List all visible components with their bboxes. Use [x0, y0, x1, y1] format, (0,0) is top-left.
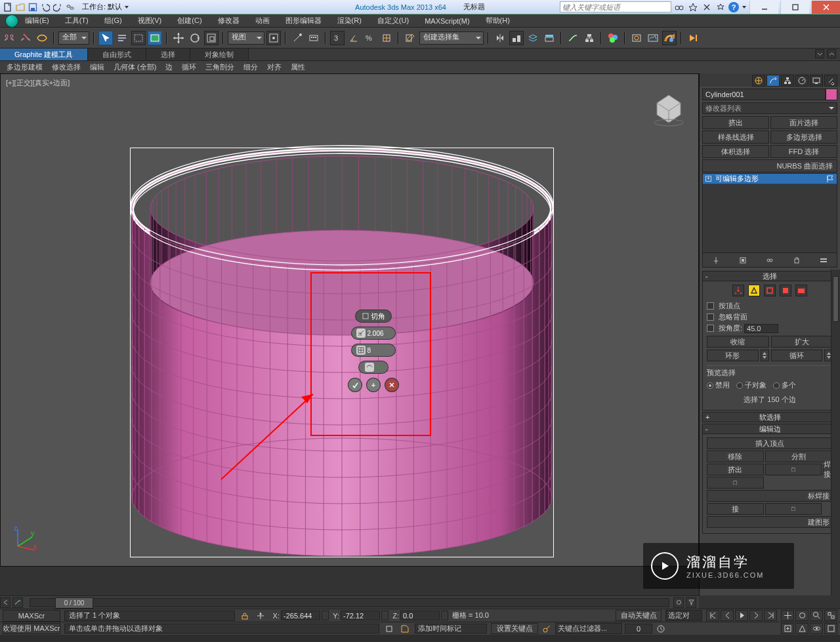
- setkey-button[interactable]: 设置关键点: [491, 623, 538, 634]
- cp-modify-icon[interactable]: [766, 75, 780, 87]
- byangle-value[interactable]: [744, 324, 778, 333]
- stack-item-editpoly[interactable]: + 可编辑多边形: [703, 174, 837, 184]
- new-icon[interactable]: [3, 2, 13, 12]
- backface-checkbox[interactable]: [707, 313, 714, 321]
- selection-lock-icon[interactable]: [239, 610, 251, 622]
- viewport[interactable]: [+][正交][真实+边面]: [0, 73, 699, 567]
- binoc-icon[interactable]: [673, 1, 685, 13]
- align-icon[interactable]: [509, 31, 524, 45]
- undo-icon[interactable]: [40, 2, 51, 12]
- redo-icon[interactable]: [52, 2, 63, 12]
- schematic-view-icon[interactable]: [582, 31, 597, 45]
- vp-maximize-icon[interactable]: [824, 623, 837, 634]
- prev-frame-icon[interactable]: [721, 610, 734, 621]
- render-setup-icon[interactable]: [629, 31, 644, 45]
- play-icon[interactable]: [735, 610, 748, 621]
- caddy-title[interactable]: 切角: [356, 310, 391, 322]
- subobj-vertex-icon[interactable]: [732, 285, 744, 296]
- favorite-icon[interactable]: [715, 1, 726, 13]
- split-button[interactable]: 分割: [765, 451, 833, 462]
- infocenter-search[interactable]: [560, 1, 671, 12]
- named-selset-edit-icon[interactable]: [403, 31, 417, 45]
- window-crossing-icon[interactable]: [148, 31, 162, 45]
- extrude-button[interactable]: 挤出: [707, 464, 764, 475]
- menu-modifiers[interactable]: 修改器: [218, 16, 240, 26]
- workspace-switcher[interactable]: 工作台: 默认: [82, 2, 130, 12]
- menu-grapheditors[interactable]: 图形编辑器: [285, 16, 322, 26]
- named-selset-combo[interactable]: 创建选择集: [419, 31, 484, 45]
- modifier-list-combo[interactable]: 修改器列表: [702, 102, 837, 114]
- byangle-checkbox[interactable]: [707, 325, 714, 332]
- track-curve-icon[interactable]: [12, 597, 23, 608]
- app-menu-button[interactable]: [3, 14, 21, 28]
- modifier-stack[interactable]: + 可编辑多边形: [702, 173, 837, 253]
- material-editor-icon[interactable]: [606, 31, 620, 45]
- time-slider-thumb[interactable]: 0 / 100: [55, 597, 93, 609]
- ref-coordsys-combo[interactable]: 视图: [228, 31, 264, 45]
- cp-utilities-icon[interactable]: [824, 75, 837, 87]
- ribbon-tab-paint[interactable]: 对象绘制: [190, 49, 249, 60]
- byvertex-checkbox[interactable]: [707, 302, 714, 310]
- menu-rendering[interactable]: 渲染(R): [337, 16, 362, 26]
- btn-extrude[interactable]: 挤出: [702, 116, 769, 129]
- show-end-icon[interactable]: [736, 255, 749, 266]
- connect-button[interactable]: 接: [707, 503, 764, 515]
- key-mode-icon[interactable]: [541, 623, 553, 635]
- select-object-icon[interactable]: [98, 31, 113, 45]
- remove-button[interactable]: 移除: [707, 451, 764, 462]
- subobj-edge-icon[interactable]: [748, 285, 760, 296]
- preview-off-radio[interactable]: [707, 382, 713, 389]
- ribbon-sub-props[interactable]: 属性: [291, 62, 305, 72]
- ribbon-sub-modsel[interactable]: 修改选择: [52, 62, 81, 72]
- curve-editor-icon[interactable]: [566, 31, 580, 45]
- timetag-icon[interactable]: [399, 623, 411, 635]
- open-icon[interactable]: [15, 2, 26, 12]
- viewcube[interactable]: [650, 89, 688, 127]
- selection-set-display[interactable]: 选定对: [665, 610, 702, 621]
- render-last-icon[interactable]: [686, 31, 700, 45]
- minimize-button[interactable]: [749, 1, 778, 14]
- caddy-apply-button[interactable]: +: [367, 378, 380, 391]
- ribbon-tab-graphite[interactable]: Graphite 建模工具: [0, 49, 88, 60]
- next-frame-icon[interactable]: [749, 610, 763, 621]
- subobj-polygon-icon[interactable]: [780, 285, 791, 296]
- y-spinner[interactable]: [381, 611, 388, 620]
- rollout-editedge-header[interactable]: -编辑边: [702, 424, 837, 434]
- time-slider[interactable]: 0 / 100: [30, 598, 669, 607]
- ribbon-sub-edit[interactable]: 编辑: [90, 62, 104, 72]
- z-field[interactable]: [400, 611, 440, 620]
- x-spinner[interactable]: [322, 611, 329, 620]
- pin-stack-icon[interactable]: [709, 255, 723, 266]
- cp-create-icon[interactable]: [752, 75, 765, 87]
- rollout-selection-header[interactable]: -选择: [702, 271, 837, 281]
- bind-spacewarp-icon[interactable]: [35, 31, 49, 45]
- vp-zoom-icon[interactable]: [810, 610, 823, 621]
- percent-snap-icon[interactable]: %: [363, 31, 377, 45]
- select-by-name-icon[interactable]: [115, 31, 129, 45]
- rotate-icon[interactable]: [188, 31, 202, 45]
- preview-subobj-radio[interactable]: [736, 382, 743, 389]
- autokey-button[interactable]: 自动关键点: [616, 610, 662, 621]
- goto-end-icon[interactable]: [764, 610, 777, 621]
- select-region-rect-icon[interactable]: [131, 31, 146, 45]
- caddy-segments-input[interactable]: [368, 347, 391, 354]
- btn-ffdsel[interactable]: FFD 选择: [770, 145, 837, 158]
- menu-customize[interactable]: 自定义(U): [377, 16, 409, 26]
- abs-rel-icon[interactable]: [255, 610, 266, 622]
- z-spinner[interactable]: [441, 611, 448, 620]
- vp-orbit-icon[interactable]: [810, 623, 823, 634]
- unlink-icon[interactable]: [18, 31, 33, 45]
- select-link-icon[interactable]: [2, 31, 16, 45]
- loop-button[interactable]: 循环: [771, 350, 823, 361]
- menu-edit[interactable]: 编辑(E): [25, 16, 49, 26]
- ribbon-sub-tri[interactable]: 三角剖分: [205, 62, 234, 72]
- menu-create[interactable]: 创建(C): [177, 16, 201, 26]
- save-icon[interactable]: [28, 2, 38, 12]
- mirror-icon[interactable]: [493, 31, 507, 45]
- menu-tools[interactable]: 工具(T): [65, 16, 89, 26]
- target-weld-button[interactable]: 标焊接: [707, 490, 833, 502]
- cp-hierarchy-icon[interactable]: [781, 75, 794, 87]
- subobj-element-icon[interactable]: [795, 285, 807, 296]
- menu-animation[interactable]: 动画: [255, 16, 270, 26]
- expand-icon[interactable]: +: [705, 176, 711, 182]
